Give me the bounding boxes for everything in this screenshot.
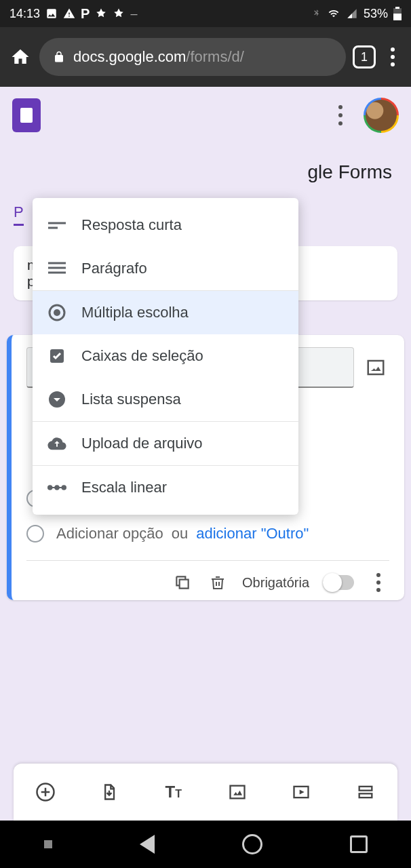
paragraph-icon [47,259,66,278]
google-forms-icon[interactable] [12,98,41,132]
nav-back-button[interactable] [140,835,155,854]
tab-questions[interactable]: P [14,203,24,226]
dropdown-multiple-choice-label: Múltipla escolha [81,304,189,321]
cloud-upload-icon [47,434,66,453]
home-button[interactable] [8,45,33,69]
image-icon [45,7,58,20]
required-toggle[interactable] [323,575,354,590]
dash-icon: – [130,7,137,21]
question-type-dropdown: Resposta curta Parágrafo Múltipla escolh… [33,198,298,515]
avast-icon [95,7,107,20]
short-answer-icon [47,216,66,235]
add-image-button-toolbar[interactable] [225,780,250,804]
url-path: /forms/d/ [186,48,244,65]
chrome-toolbar: docs.google.com/forms/d/ 1 [0,27,411,87]
dropdown-icon [47,390,66,409]
tab-switcher[interactable]: 1 [353,45,376,68]
signal-icon [346,8,358,19]
lock-icon [53,51,65,63]
dropdown-paragraph[interactable]: Parágrafo [33,247,298,290]
status-time: 14:13 [9,7,40,21]
dropdown-file-upload[interactable]: Upload de arquivo [33,422,298,465]
chrome-menu-button[interactable] [383,47,403,67]
add-title-button[interactable]: TT [161,780,186,804]
required-label: Obrigatória [242,575,309,591]
svg-point-14 [54,309,60,316]
svg-rect-1 [393,14,402,20]
user-avatar[interactable] [364,98,399,133]
dropdown-checkboxes-label: Caixas de seleção [81,347,203,365]
add-question-button[interactable] [33,780,58,804]
dropdown-dropdown-list[interactable]: Lista suspensa [33,378,298,421]
or-text: ou [172,525,188,542]
dropdown-checkboxes[interactable]: Caixas de seleção [33,334,298,378]
dropdown-paragraph-label: Parágrafo [81,260,147,277]
dropdown-short-answer-label: Resposta curta [81,216,182,234]
import-questions-button[interactable] [97,780,121,804]
nav-home-button[interactable] [242,834,262,854]
svg-rect-4 [231,786,245,799]
svg-rect-2 [395,7,399,9]
add-other-button[interactable]: adicionar "Outro" [196,525,309,542]
url-bar[interactable]: docs.google.com/forms/d/ [39,38,346,76]
linear-scale-icon [47,478,66,497]
dropdown-short-answer[interactable]: Resposta curta [33,198,298,247]
question-more-button[interactable] [368,573,389,592]
android-nav-bar [0,821,411,868]
nav-assistant[interactable] [44,840,52,848]
page-content: gle Forms P ma fácil e pelo celular Opçã… [0,87,411,821]
delete-button[interactable] [207,572,229,593]
add-option-button[interactable]: Adicionar opção [56,525,163,542]
dropdown-dropdown-list-label: Lista suspensa [81,391,181,408]
avast-icon-2 [113,7,125,20]
status-bar: 14:13 P – 53% [0,0,411,27]
battery-percent: 53% [364,7,388,21]
bluetooth-icon [312,7,321,20]
duplicate-button[interactable] [172,572,193,593]
svg-rect-6 [359,787,372,791]
p-icon: P [81,6,90,22]
more-menu-button[interactable] [330,105,351,125]
wifi-icon [327,8,340,19]
dropdown-multiple-choice[interactable]: Múltipla escolha [33,291,298,334]
radio-icon [47,303,66,322]
url-domain: docs.google.com [73,48,186,65]
add-toolbar: TT [14,764,397,821]
add-image-button[interactable] [362,354,389,381]
warning-icon [63,7,75,20]
battery-icon [393,7,402,20]
checkbox-icon [47,347,66,366]
add-option-row: Adicionar opção ou adicionar "Outro" [26,525,389,542]
page-title-fragment: gle Forms [308,161,392,183]
add-section-button[interactable] [353,780,378,804]
radio-icon [26,525,44,542]
add-video-button[interactable] [289,780,313,804]
svg-rect-7 [359,793,372,797]
nav-recent-button[interactable] [350,835,368,853]
dropdown-linear-scale[interactable]: Escala linear [33,466,298,515]
dropdown-linear-scale-label: Escala linear [81,479,167,496]
dropdown-file-upload-label: Upload de arquivo [81,435,203,452]
